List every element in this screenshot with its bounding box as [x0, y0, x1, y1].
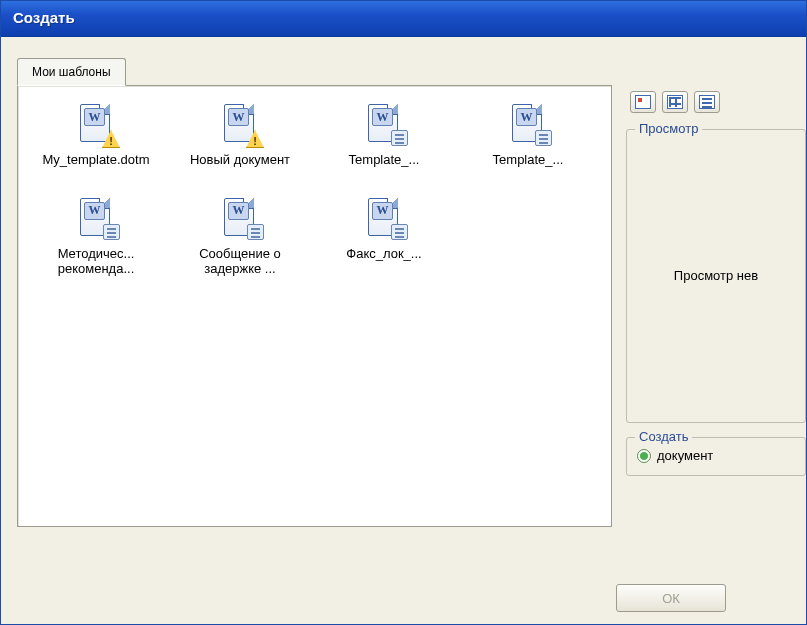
word-template-icon: W! [218, 102, 262, 146]
create-as-legend: Создать [635, 429, 692, 444]
template-item-label: Факс_лок_... [346, 246, 421, 262]
templates-list: W!My_template.dotmW!Новый документWTempl… [18, 86, 611, 293]
preview-group-legend: Просмотр [635, 121, 702, 136]
tab-label: Мои шаблоны [32, 65, 111, 79]
word-template-icon: W! [74, 102, 118, 146]
word-template-icon: W [74, 196, 118, 240]
ok-button-label: ОК [662, 591, 680, 606]
template-item-label: My_template.dotm [43, 152, 150, 168]
right-column: Просмотр Просмотр нев Создать документ [626, 85, 806, 527]
word-template-icon: W [362, 102, 406, 146]
view-mode-buttons [626, 91, 806, 113]
view-large-icons-button[interactable] [630, 91, 656, 113]
template-item[interactable]: W!My_template.dotm [26, 102, 166, 168]
word-template-icon: W [506, 102, 550, 146]
tab-my-templates[interactable]: Мои шаблоны [17, 58, 126, 86]
template-item[interactable]: WСообщение о задержке ... [170, 196, 310, 277]
preview-box: Просмотр нев [637, 140, 795, 410]
view-list-button[interactable] [662, 91, 688, 113]
templates-panel: W!My_template.dotmW!Новый документWTempl… [17, 85, 612, 527]
ok-button[interactable]: ОК [616, 584, 726, 612]
template-item[interactable]: WTemplate_... [314, 102, 454, 168]
template-item[interactable]: WФакс_лок_... [314, 196, 454, 277]
template-item-label: Новый документ [190, 152, 290, 168]
radio-document-row[interactable]: документ [637, 448, 795, 463]
word-template-icon: W [362, 196, 406, 240]
preview-unavailable-label: Просмотр нев [674, 268, 758, 283]
window-title: Создать [13, 9, 75, 26]
template-item-label: Методичес... рекоменда... [26, 246, 166, 277]
create-as-group: Создать документ [626, 437, 806, 476]
template-item[interactable]: WTemplate_... [458, 102, 598, 168]
template-item-label: Template_... [493, 152, 564, 168]
view-details-button[interactable] [694, 91, 720, 113]
template-item-label: Template_... [349, 152, 420, 168]
create-template-dialog: Создать Мои шаблоны W!My_template.dotmW!… [0, 0, 807, 625]
radio-document-label: документ [657, 448, 713, 463]
preview-group: Просмотр Просмотр нев [626, 129, 806, 423]
template-item[interactable]: W!Новый документ [170, 102, 310, 168]
radio-document-icon [637, 449, 651, 463]
word-template-icon: W [218, 196, 262, 240]
tab-strip: Мои шаблоны W!My_template.dotmW!Новый до… [17, 57, 806, 527]
titlebar[interactable]: Создать [1, 1, 806, 37]
dialog-content: Мои шаблоны W!My_template.dotmW!Новый до… [1, 37, 806, 624]
template-item-label: Сообщение о задержке ... [170, 246, 310, 277]
template-item[interactable]: WМетодичес... рекоменда... [26, 196, 166, 277]
dialog-buttons: ОК [616, 584, 806, 612]
